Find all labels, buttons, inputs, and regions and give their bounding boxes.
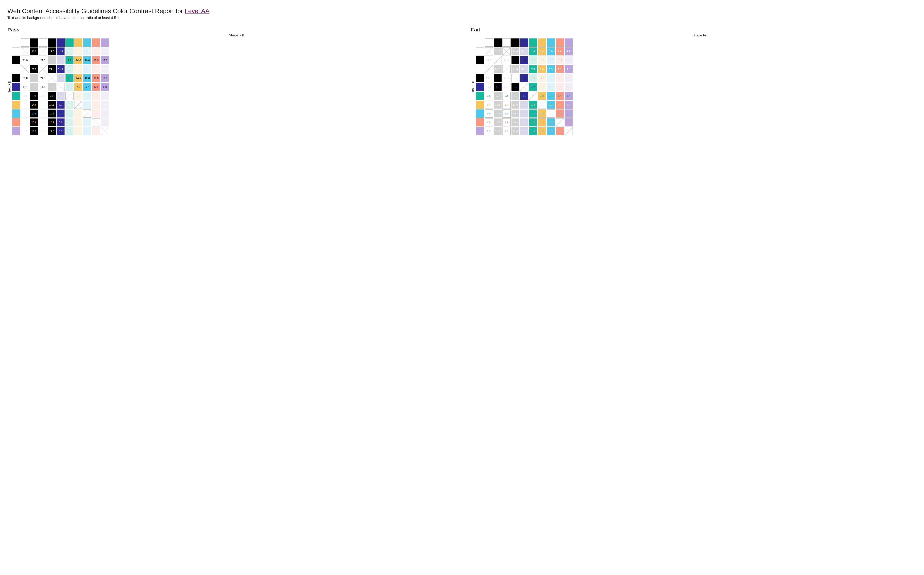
axis-shape-fill: Shape Fill xyxy=(483,33,917,37)
contrast-cell: 10.9 xyxy=(494,118,502,127)
contrast-cell: 1.9 xyxy=(485,118,493,127)
contrast-cell: 1.3 xyxy=(92,100,100,109)
col-swatch-indigo xyxy=(57,38,65,47)
contrast-cell: 11.0 xyxy=(101,56,109,64)
contrast-cell: 1.3 xyxy=(556,100,564,109)
contrast-cell: 11.1 xyxy=(502,83,510,91)
contrast-cell: 14.6 xyxy=(494,100,502,109)
contrast-cell: 5.8 xyxy=(520,127,528,135)
contrast-cell: 1.8 xyxy=(529,100,537,109)
col-swatch-amber xyxy=(74,38,82,47)
contrast-cell xyxy=(21,47,29,56)
contrast-cell: 1.9 xyxy=(502,118,510,127)
contrast-cell: 10.9 xyxy=(556,56,564,64)
contrast-cell: 1.4 xyxy=(74,47,82,56)
contrast-cell: 1.3 xyxy=(538,127,546,135)
contrast-cell: 1.9 xyxy=(520,74,528,82)
contrast-cell: 1.4 xyxy=(564,92,573,100)
row-swatch-salmon xyxy=(476,118,484,127)
contrast-cell: 21.0 xyxy=(21,56,29,64)
row-swatch-sky xyxy=(476,110,484,118)
contrast-cell: 1.9 xyxy=(92,47,100,56)
contrast-cell: 1.9 xyxy=(564,47,573,56)
contrast-cell: 2.6 xyxy=(529,47,537,56)
contrast-cell: 21.0 xyxy=(502,56,510,64)
contrast-cell: 10.8 xyxy=(30,110,38,118)
contrast-cell: 1.4 xyxy=(65,127,74,135)
contrast-cell: 11.1 xyxy=(485,83,493,91)
contrast-cell: 5.7 xyxy=(83,83,91,91)
contrast-cell: 1.8 xyxy=(65,100,74,109)
contrast-cell: 21.0 xyxy=(39,74,47,82)
col-swatch-white2 xyxy=(502,38,510,47)
contrast-cell: 14.6 xyxy=(511,100,520,109)
contrast-cell xyxy=(556,118,564,127)
contrast-cell: 2.6 xyxy=(21,92,29,100)
contrast-cell: 10.9 xyxy=(92,56,100,64)
contrast-cell: 1.0 xyxy=(83,118,91,127)
contrast-cell: 1.4 xyxy=(101,92,109,100)
contrast-cell: 10.9 xyxy=(92,74,100,82)
contrast-cell: 21.0 xyxy=(48,47,56,56)
contrast-cell: 1.3 xyxy=(538,110,546,118)
contrast-cell: 11.0 xyxy=(30,127,38,135)
contrast-cell: 1.9 xyxy=(83,65,91,73)
row-swatch-salmon xyxy=(12,118,20,127)
contrast-cell: 21.0 xyxy=(485,74,493,82)
contrast-cell: 1.9 xyxy=(494,83,502,91)
contrast-cell xyxy=(502,65,510,73)
contrast-cell: 1.9 xyxy=(556,47,564,56)
contrast-cell xyxy=(39,65,47,73)
level-link[interactable]: Level AA xyxy=(185,7,209,14)
contrast-cell: 14.6 xyxy=(538,74,546,82)
contrast-cell: 1.4 xyxy=(529,118,537,127)
contrast-cell: 1.9 xyxy=(511,83,520,91)
contrast-cell: 11.0 xyxy=(48,127,56,135)
col-swatch-sky xyxy=(83,38,91,47)
contrast-cell: 14.6 xyxy=(538,56,546,64)
contrast-cell xyxy=(30,56,38,64)
contrast-cell: 1.0 xyxy=(48,56,56,64)
contrast-cell: 10.9 xyxy=(30,118,38,127)
contrast-cell: 5.7 xyxy=(547,83,555,91)
col-swatch-lavender xyxy=(101,38,109,47)
contrast-cell xyxy=(494,56,502,64)
contrast-cell: 1.0 xyxy=(83,127,91,135)
contrast-cell: 1.4 xyxy=(529,127,537,135)
contrast-cell: 21.0 xyxy=(21,74,29,82)
contrast-cell: 2.6 xyxy=(529,65,537,73)
col-swatch-teal xyxy=(65,38,74,47)
contrast-cell: 7.9 xyxy=(65,74,74,82)
contrast-cell xyxy=(547,110,555,118)
contrast-cell: 2.6 xyxy=(502,92,510,100)
fail-heading: Fail xyxy=(471,27,917,33)
contrast-cell xyxy=(485,47,493,56)
contrast-cell: 1.4 xyxy=(74,65,82,73)
fail-panel: Fail Shape Fill Text Fill 21.021.011.12.… xyxy=(462,27,917,136)
contrast-cell: 1.4 xyxy=(92,92,100,100)
contrast-cell: 1.9 xyxy=(48,83,56,91)
row-swatch-white xyxy=(12,47,20,56)
contrast-cell: 1.0 xyxy=(564,110,573,118)
contrast-cell: 10.8 xyxy=(547,56,555,64)
contrast-cell: 11.1 xyxy=(57,65,65,73)
contrast-cell: 1.0 xyxy=(92,127,100,135)
contrast-cell: 1.0 xyxy=(30,74,38,82)
row-swatch-lavender xyxy=(476,127,484,135)
row-swatch-indigo xyxy=(12,83,20,91)
contrast-cell: 7.7 xyxy=(538,83,546,91)
contrast-cell: 1.9 xyxy=(520,56,528,64)
contrast-cell: 21.0 xyxy=(511,47,520,56)
contrast-cell xyxy=(538,100,546,109)
contrast-cell: 1.3 xyxy=(83,100,91,109)
contrast-cell: 11.1 xyxy=(520,65,528,73)
col-swatch-teal xyxy=(529,38,537,47)
subtitle: Text and its background should have a co… xyxy=(7,16,917,20)
contrast-cell xyxy=(564,127,573,135)
contrast-cell: 5.8 xyxy=(520,118,528,127)
page-title: Web Content Accessibility Guidelines Col… xyxy=(7,7,917,14)
row-swatch-amber xyxy=(476,100,484,109)
contrast-cell: 1.4 xyxy=(502,100,510,109)
contrast-cell: 14.6 xyxy=(74,56,82,64)
contrast-cell: 1.9 xyxy=(21,127,29,135)
